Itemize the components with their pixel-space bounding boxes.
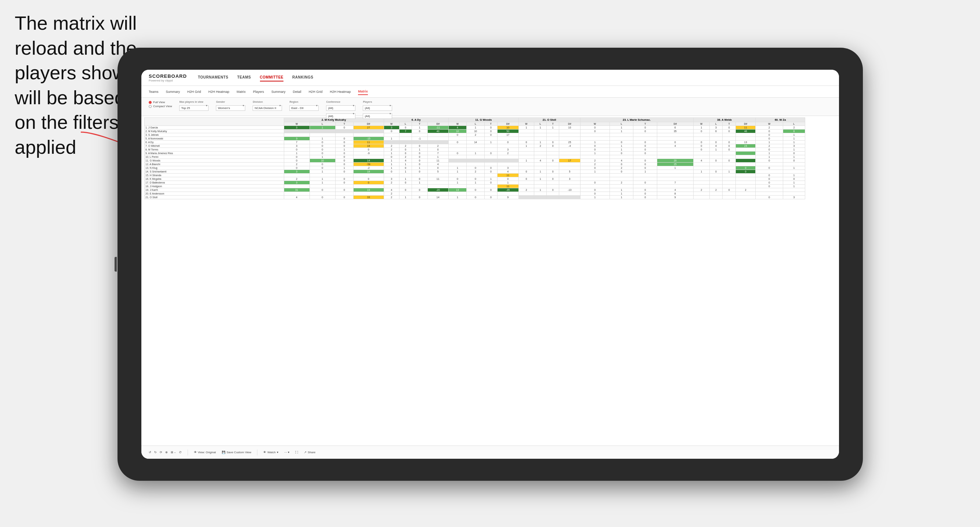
cell: [485, 163, 497, 166]
zoom-fit-button[interactable]: ⊞ –: [171, 451, 176, 454]
fullscreen-button[interactable]: ⛶: [295, 451, 298, 454]
nav-rankings[interactable]: RANKINGS: [292, 74, 313, 81]
cell: 4: [657, 144, 694, 148]
player-name: 1. J Garcia: [145, 126, 284, 130]
nav-teams[interactable]: TEAMS: [237, 74, 251, 81]
cell: 6: [783, 130, 805, 133]
subnav-h2h-grid2[interactable]: H2H Grid: [309, 89, 323, 95]
cell: [722, 177, 736, 181]
compact-view-radio[interactable]: [149, 105, 152, 108]
cell: 1: [497, 181, 519, 184]
table-row: 7. O Mitchell 30018 2202 120-4 0104 0402…: [145, 144, 805, 148]
cell: 1: [399, 195, 412, 199]
options-button[interactable]: ⋯ ▾: [284, 451, 290, 454]
matrix-area[interactable]: 2. M Kelly Mulcahy 6. A Dy 11. G Woods 2…: [142, 116, 839, 446]
save-custom-view-button[interactable]: 💾 Save Custom View: [222, 451, 251, 454]
cell: [310, 133, 335, 137]
cell: 1: [547, 126, 559, 130]
subnav-matrix[interactable]: Matrix: [237, 89, 246, 95]
compact-view-option[interactable]: Compact View: [149, 105, 172, 108]
cell: 2: [399, 144, 412, 148]
cell: [722, 166, 736, 170]
cell: 1: [534, 126, 547, 130]
cell: 1: [448, 170, 466, 174]
cell: [580, 177, 609, 181]
cell: [735, 184, 755, 188]
cell: [412, 174, 427, 177]
cell: [710, 192, 722, 195]
cell: 4: [657, 188, 694, 192]
cell: [657, 170, 694, 174]
cell: [427, 174, 448, 177]
max-players-select[interactable]: Top 25 Top 10 Top 50: [179, 105, 208, 111]
cell: 2: [735, 188, 755, 192]
sub-col-lm-w: W: [580, 122, 609, 126]
cell: [693, 155, 710, 159]
cell: 2: [693, 188, 710, 192]
sub-col-wz-w: W: [756, 122, 783, 126]
watch-chevron-icon: ▾: [277, 451, 278, 454]
division-select[interactable]: NCAA Division II NCAA Division I NCAA Di…: [253, 105, 282, 111]
sub-col-ady-w: W: [384, 122, 399, 126]
subnav-matrix2[interactable]: Matrix: [358, 89, 368, 95]
cell: [519, 148, 534, 152]
subnav-summary[interactable]: Summary: [166, 89, 180, 95]
cell: [735, 152, 755, 155]
players-sub-select[interactable]: (All): [363, 113, 392, 119]
logo-title: SCOREBOARD: [149, 73, 187, 79]
cell: -9: [353, 152, 384, 155]
refresh-button[interactable]: ⟳: [160, 451, 162, 454]
cell: [519, 195, 534, 199]
cell: 6: [710, 130, 722, 133]
cell: [710, 184, 722, 188]
subnav-h2h-grid[interactable]: H2H Grid: [187, 89, 201, 95]
subnav-players[interactable]: Players: [253, 89, 264, 95]
nav-tournaments[interactable]: TOURNAMENTS: [198, 74, 228, 81]
cell: [547, 195, 559, 199]
players-select[interactable]: (All): [363, 105, 392, 111]
view-original-button[interactable]: 👁 View: Original: [194, 451, 216, 454]
cell: 0: [310, 195, 335, 199]
redo-button[interactable]: ↻: [154, 451, 157, 454]
region-select[interactable]: East - DII West - DII Central - DII: [290, 105, 319, 111]
share-button[interactable]: ↗ Share: [304, 451, 315, 454]
cell: [284, 184, 310, 188]
subnav-teams[interactable]: Teams: [149, 89, 159, 95]
cell: [519, 137, 534, 141]
cell: 0: [710, 141, 722, 144]
cell: [284, 130, 310, 133]
cell: [735, 163, 755, 166]
row-header-empty: [145, 118, 284, 126]
cell: -2: [353, 166, 384, 170]
conference-select[interactable]: (All): [326, 105, 355, 111]
subnav-h2h-heatmap[interactable]: H2H Heatmap: [208, 89, 229, 95]
cell: [609, 137, 633, 141]
gender-select[interactable]: Women's Men's: [216, 105, 245, 111]
full-view-radio[interactable]: [149, 101, 152, 104]
cell: 0: [710, 170, 722, 174]
watch-button[interactable]: 👁 Watch ▾: [263, 451, 278, 454]
cell: 0: [722, 148, 736, 152]
cell: [534, 130, 547, 133]
cell: [609, 184, 633, 188]
cell: 14: [353, 159, 384, 163]
zoom-button[interactable]: ⊕: [165, 451, 168, 454]
full-view-option[interactable]: Full View: [149, 100, 172, 104]
clock-button[interactable]: ⏱: [179, 451, 182, 454]
player-name: 13. N Klug: [145, 166, 284, 170]
cell: [427, 141, 448, 144]
nav-committee[interactable]: COMMITTEE: [260, 74, 284, 81]
cell: 1: [783, 174, 805, 177]
conference-sub-select[interactable]: (All): [326, 113, 355, 119]
cell: 2: [384, 195, 399, 199]
subnav-summary2[interactable]: Summary: [271, 89, 286, 95]
undo-button[interactable]: ↺: [149, 451, 151, 454]
cell: 0: [335, 195, 353, 199]
subnav-h2h-heatmap2[interactable]: H2H Heatmap: [330, 89, 351, 95]
table-row: 6. A Dy 70011 01410 01025 1000 00013 11: [145, 141, 805, 144]
subnav-detail[interactable]: Detail: [293, 89, 301, 95]
cell: -11: [427, 126, 448, 130]
cell: 11: [497, 174, 519, 177]
cell: [559, 152, 580, 155]
cell: 2: [384, 192, 399, 195]
